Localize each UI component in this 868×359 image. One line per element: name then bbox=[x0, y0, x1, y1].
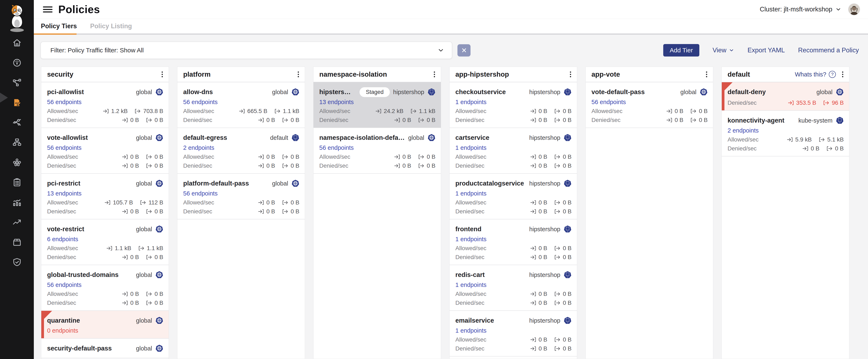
tier-menu-button[interactable] bbox=[433, 70, 436, 79]
tier-menu-button[interactable] bbox=[841, 70, 844, 79]
policy-card-productcatalogservice[interactable]: productcatalogservice hipstershop ns 1 e… bbox=[450, 174, 577, 219]
endpoints-link[interactable]: 13 endpoints bbox=[319, 99, 354, 105]
egress-value: 5.1 kB bbox=[827, 136, 844, 143]
user-avatar[interactable] bbox=[848, 3, 860, 16]
egress-stat: 0 B bbox=[146, 154, 163, 160]
scope-badge-icon: ns bbox=[564, 225, 571, 233]
policy-card-vote-allowlist[interactable]: vote-allowlist global 56 endpoints Allow… bbox=[41, 128, 169, 174]
policy-scope-label: global bbox=[136, 345, 152, 352]
stat-label: Denied/sec bbox=[47, 117, 76, 123]
sidebar-item-endpoints endpoints-icon[interactable] bbox=[12, 158, 22, 167]
ingress-stat: 0 B bbox=[530, 163, 547, 169]
add-tier-button[interactable]: Add Tier bbox=[663, 44, 699, 56]
ingress-value: 0 B bbox=[267, 208, 275, 215]
policy-card-namespace-isolation-default-p[interactable]: namespace-isolation-default-p… global 56… bbox=[313, 128, 441, 174]
menu-toggle-button[interactable] bbox=[43, 6, 53, 12]
ingress-stat: 0 B bbox=[394, 117, 411, 123]
sidebar-item-network-graph network-graph-icon[interactable] bbox=[12, 118, 22, 127]
policy-card-checkoutservice[interactable]: checkoutservice hipstershop ns 1 endpoin… bbox=[450, 82, 577, 128]
tier-menu-button[interactable] bbox=[569, 70, 572, 79]
endpoints-link[interactable]: 0 endpoints bbox=[47, 327, 78, 334]
endpoints-link[interactable]: 6 endpoints bbox=[47, 236, 78, 242]
egress-value: 0 B bbox=[291, 199, 299, 206]
endpoints-link[interactable]: 1 endpoints bbox=[455, 236, 487, 242]
export-yaml-button[interactable]: Export YAML bbox=[747, 47, 785, 54]
endpoints-link[interactable]: 1 endpoints bbox=[455, 99, 487, 105]
policy-card-redis-cart[interactable]: redis-cart hipstershop ns 1 endpoints Al… bbox=[450, 265, 577, 311]
view-menu-button[interactable]: View bbox=[713, 47, 735, 54]
egress-value: 0 B bbox=[291, 117, 299, 123]
tier-help-link[interactable]: Whats this? ? bbox=[795, 71, 836, 78]
policy-card-default-egress[interactable]: default-egress default ns 2 endpoints Al… bbox=[177, 128, 305, 174]
svg-text:ns: ns bbox=[839, 122, 840, 123]
tier-menu-button[interactable] bbox=[297, 70, 300, 79]
egress-stat: 0 B bbox=[554, 245, 571, 252]
egress-value: 0 B bbox=[699, 117, 708, 123]
traffic-stat-row: Allowed/sec 665.5 B 1.1 kB bbox=[183, 108, 299, 114]
clear-filter-button[interactable] bbox=[458, 44, 470, 56]
policy-card-cartservice[interactable]: cartservice hipstershop ns 1 endpoints A… bbox=[450, 128, 577, 174]
cluster-selector[interactable]: Cluster: jlt-msft-workshop bbox=[760, 6, 841, 13]
sidebar-item-policies policies-icon[interactable] bbox=[12, 98, 22, 107]
svg-text:ns: ns bbox=[567, 185, 568, 186]
policy-card-security-default-pass[interactable]: security-default-pass global bbox=[41, 339, 169, 358]
ingress-icon bbox=[394, 163, 400, 169]
policy-filter-select[interactable]: Filter: Policy Traffic filter: Show All bbox=[40, 42, 452, 59]
policy-tiers-board: security ? pci-allowlist global 56 endpo… bbox=[34, 67, 868, 359]
endpoints-link[interactable]: 56 endpoints bbox=[47, 99, 82, 105]
egress-value: 0 B bbox=[563, 108, 571, 114]
policy-card-konnectivity-agent[interactable]: konnectivity-agent kube-system ns 2 endp… bbox=[722, 111, 849, 157]
tier-menu-button[interactable] bbox=[160, 70, 164, 79]
egress-stat: 0 B bbox=[146, 117, 163, 123]
egress-icon bbox=[418, 163, 425, 169]
tab-policy-listing[interactable]: Policy Listing bbox=[90, 22, 132, 30]
policy-card-hipstershop-gh[interactable]: hipstershop-gh… Staged hipstershop ns 13… bbox=[313, 82, 441, 128]
ingress-value: 0 B bbox=[130, 291, 139, 297]
sidebar-item-home home-icon[interactable] bbox=[12, 38, 22, 48]
endpoints-link[interactable]: 56 endpoints bbox=[591, 99, 626, 105]
active-section-notch bbox=[0, 93, 8, 103]
policy-card-allow-dns[interactable]: allow-dns global 56 endpoints Allowed/se… bbox=[177, 82, 305, 128]
endpoints-link[interactable]: 56 endpoints bbox=[183, 190, 218, 196]
egress-value: 0 B bbox=[563, 336, 571, 343]
policy-card-pci-restrict[interactable]: pci-restrict global 13 endpoints Allowed… bbox=[41, 174, 169, 219]
policy-card-frontend[interactable]: frontend hipstershop ns 1 endpoints Allo… bbox=[450, 219, 577, 265]
policy-card-vote-restrict[interactable]: vote-restrict global 6 endpoints Allowed… bbox=[41, 219, 169, 265]
sidebar-item-workloads workloads-icon[interactable] bbox=[12, 238, 22, 247]
calico-cat-logo[interactable] bbox=[6, 2, 28, 34]
endpoints-link[interactable]: 56 endpoints bbox=[183, 99, 218, 105]
tab-policy-tiers[interactable]: Policy Tiers bbox=[41, 22, 77, 30]
policy-scope-label: hipstershop bbox=[529, 272, 560, 278]
stat-label: Denied/sec bbox=[47, 208, 76, 215]
endpoints-link[interactable]: 2 endpoints bbox=[727, 127, 759, 134]
endpoints-link[interactable]: 56 endpoints bbox=[47, 282, 82, 288]
endpoints-link[interactable]: 1 endpoints bbox=[455, 327, 487, 334]
sidebar-item-service-graph service-graph-icon[interactable] bbox=[12, 78, 22, 87]
policy-card-global-trusted-domains[interactable]: global-trusted-domains global 56 endpoin… bbox=[41, 265, 169, 311]
policy-name: checkoutservice bbox=[455, 88, 506, 96]
sidebar-item-dashboard dashboard-icon[interactable] bbox=[12, 58, 22, 67]
endpoints-link[interactable]: 2 endpoints bbox=[183, 145, 214, 151]
ingress-icon bbox=[122, 291, 128, 297]
sidebar-item-trends trends-icon[interactable] bbox=[12, 218, 22, 227]
policy-card-platform-default-pass[interactable]: platform-default-pass global 56 endpoint… bbox=[177, 174, 305, 219]
endpoints-link[interactable]: 13 endpoints bbox=[47, 190, 82, 196]
endpoints-link[interactable]: 1 endpoints bbox=[455, 145, 487, 151]
endpoints-link[interactable]: 1 endpoints bbox=[455, 190, 487, 196]
tier-menu-button[interactable] bbox=[705, 70, 709, 79]
sidebar-item-statistics statistics-icon[interactable] bbox=[12, 198, 22, 207]
egress-stat: 96 B bbox=[823, 100, 844, 106]
policy-card-pci-allowlist[interactable]: pci-allowlist global 56 endpoints Allowe… bbox=[41, 82, 169, 128]
sidebar-item-threat-defense threat-defense-icon[interactable] bbox=[12, 257, 22, 267]
policy-card-default-deny[interactable]: default-deny global Denied/sec 353.5 B 9… bbox=[722, 82, 849, 111]
ingress-icon bbox=[530, 108, 536, 114]
policy-card-emailservice[interactable]: emailservice hipstershop ns 1 endpoints … bbox=[450, 311, 577, 357]
endpoints-link[interactable]: 56 endpoints bbox=[47, 145, 82, 151]
policy-card-quarantine[interactable]: quarantine global 0 endpoints bbox=[41, 311, 169, 339]
sidebar-item-compliance compliance-icon[interactable] bbox=[12, 177, 22, 187]
policy-card-vote-default-pass[interactable]: vote-default-pass global 56 endpoints Al… bbox=[586, 82, 713, 128]
endpoints-link[interactable]: 1 endpoints bbox=[455, 282, 487, 288]
sidebar-item-topology topology-icon[interactable] bbox=[12, 138, 22, 147]
endpoints-link[interactable]: 56 endpoints bbox=[319, 145, 354, 151]
recommend-policy-button[interactable]: Recommend a Policy bbox=[798, 47, 859, 54]
